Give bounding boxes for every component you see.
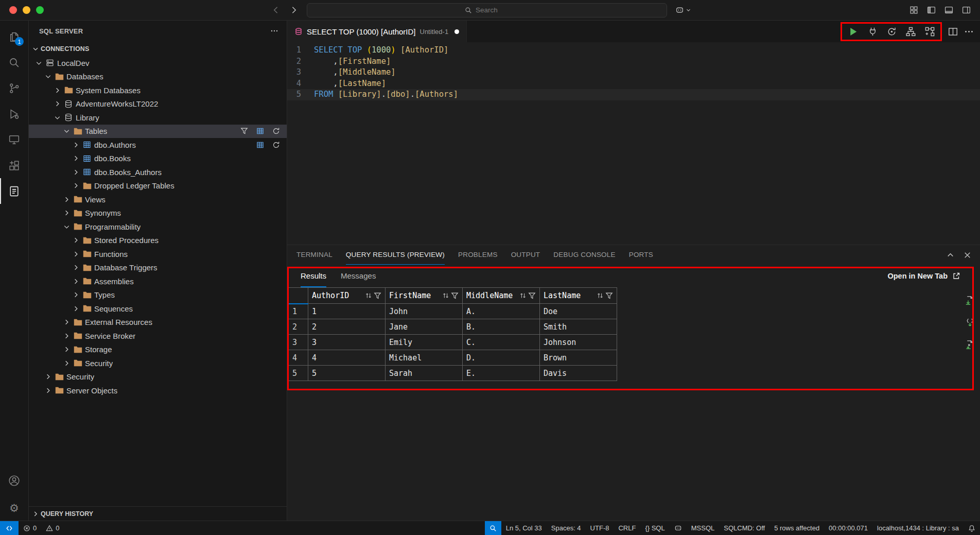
grid-cell[interactable]: Sarah [386,366,463,381]
close-panel-icon[interactable] [963,251,972,260]
change-connection-icon[interactable] [887,27,897,37]
panel-tab-ports[interactable]: PORTS [629,245,653,265]
grid-cell[interactable]: Michael [386,350,463,366]
toggle-primary-sidebar-icon[interactable] [927,6,936,14]
modified-indicator[interactable] [454,29,459,34]
status-item-crlf[interactable]: CRLF [614,521,640,535]
activity-accounts[interactable] [0,469,28,495]
grid-cell[interactable]: Jane [386,319,463,335]
grid-cell[interactable]: Johnson [540,335,617,350]
status-item-mssql[interactable]: MSSQL [687,521,720,535]
tree-item-localdev[interactable]: LocalDev [29,56,287,70]
sort-icon[interactable] [365,292,372,299]
tree-item-dropped-ledger-tables[interactable]: Dropped Ledger Tables [29,179,287,193]
code-editor[interactable]: 1SELECT TOP (1000) [AuthorID]2 ,[FirstNa… [287,42,980,245]
tree-item-security[interactable]: Security [29,356,287,370]
code-line[interactable]: 2 ,[FirstName] [287,56,980,67]
customize-layout-icon[interactable] [909,6,918,14]
tree-item-tables[interactable]: Tables [29,125,287,139]
panel-tab-debug-console[interactable]: DEBUG CONSOLE [553,245,615,265]
split-editor-icon[interactable] [948,27,958,37]
tree-item-adventureworkslt2022[interactable]: AdventureWorksLT2022 [29,97,287,111]
status-item-copilot[interactable] [670,521,687,535]
tree-item-programmability[interactable]: Programmability [29,220,287,234]
grid-row[interactable]: 33EmilyC.Johnson [289,335,617,350]
editor-tab[interactable]: SELECT TOP (1000) [AuthorID] Untitled-1 [287,21,467,42]
table-action-icon[interactable] [254,127,266,135]
grid-column-authorid[interactable]: AuthorID [308,288,386,304]
grid-cell[interactable]: A. [463,304,540,319]
maximize-panel-icon[interactable] [946,251,955,260]
filter-icon[interactable] [238,127,250,135]
grid-row-number[interactable]: 3 [289,335,308,350]
grid-row[interactable]: 55SarahE.Davis [289,366,617,381]
navigate-back-icon[interactable] [268,3,285,18]
grid-corner-cell[interactable] [289,288,308,304]
filter-icon[interactable] [451,292,459,300]
status-item-00-00-00-071[interactable]: 00:00:00.071 [824,521,872,535]
grid-row-number[interactable]: 2 [289,319,308,335]
status-item-5-rows-affected[interactable]: 5 rows affected [769,521,824,535]
connections-section-header[interactable]: CONNECTIONS [29,41,287,56]
grid-row[interactable]: 22JaneB.Smith [289,319,617,335]
grid-cell[interactable]: B. [463,319,540,335]
remote-indicator[interactable] [0,521,19,535]
grid-cell[interactable]: Emily [386,335,463,350]
panel-tab-terminal[interactable]: TERMINAL [296,245,332,265]
tree-item-synonyms[interactable]: Synonyms [29,206,287,220]
tree-item-server-objects[interactable]: Server Objects [29,384,287,398]
filter-icon[interactable] [528,292,536,300]
tree-item-sequences[interactable]: Sequences [29,302,287,316]
status-item-utf-8[interactable]: UTF-8 [586,521,614,535]
maximize-window-button[interactable] [36,6,44,14]
query-history-section-header[interactable]: QUERY HISTORY [29,506,287,521]
code-line[interactable]: 3 ,[MiddleName] [287,67,980,78]
grid-cell[interactable]: 3 [308,335,386,350]
sort-icon[interactable] [519,292,527,299]
tree-item-functions[interactable]: Functions [29,247,287,261]
toggle-panel-icon[interactable] [944,6,953,14]
save-as-excel-icon[interactable] [965,340,975,350]
grid-row-number[interactable]: 5 [289,366,308,381]
results-tab-results[interactable]: Results [301,265,326,287]
code-line[interactable]: 5FROM [Library].[dbo].[Authors] [287,89,980,100]
grid-cell[interactable]: 5 [308,366,386,381]
grid-cell[interactable]: Doe [540,304,617,319]
filter-icon[interactable] [374,292,381,300]
tree-item-external-resources[interactable]: External Resources [29,316,287,330]
activity-sql-server[interactable] [0,178,28,204]
save-as-csv-icon[interactable] [965,296,975,305]
panel-tab-query-results-preview[interactable]: QUERY RESULTS (PREVIEW) [346,245,445,265]
grid-cell[interactable]: C. [463,335,540,350]
close-window-button[interactable] [9,6,17,14]
grid-column-middlename[interactable]: MiddleName [463,288,540,304]
grid-cell[interactable]: Smith [540,319,617,335]
tree-item-stored-procedures[interactable]: Stored Procedures [29,234,287,248]
tree-item-service-broker[interactable]: Service Broker [29,329,287,343]
results-tab-messages[interactable]: Messages [341,265,376,287]
tree-item-databases[interactable]: Databases [29,70,287,84]
toggle-secondary-sidebar-icon[interactable] [962,6,971,14]
tree-item-dbo-authors[interactable]: dbo.Authors [29,138,287,152]
save-as-json-icon[interactable] [965,318,975,327]
estimated-plan-icon[interactable] [906,27,916,37]
refresh-icon[interactable] [270,127,282,135]
status-item-bell[interactable] [964,521,980,535]
grid-row[interactable]: 44MichaelD.Brown [289,350,617,366]
grid-cell[interactable]: Brown [540,350,617,366]
grid-column-lastname[interactable]: LastName [540,288,617,304]
grid-row-number[interactable]: 4 [289,350,308,366]
status-item-spaces-4[interactable]: Spaces: 4 [547,521,586,535]
activity-source-control[interactable] [0,75,28,101]
activity-remote-explorer[interactable] [0,127,28,152]
tree-item-views[interactable]: Views [29,193,287,206]
grid-cell[interactable]: 1 [308,304,386,319]
actual-plan-icon[interactable] [925,27,935,37]
status-item-localhost-1434-library-sa[interactable]: localhost,1434 : Library : sa [872,521,964,535]
activity-run-debug[interactable] [0,101,28,127]
status-item-sqlcmd-off[interactable]: SQLCMD: Off [719,521,769,535]
panel-tab-output[interactable]: OUTPUT [511,245,540,265]
tree-item-storage[interactable]: Storage [29,343,287,357]
more-actions-icon[interactable] [964,27,974,37]
tree-item-assemblies[interactable]: Assemblies [29,274,287,288]
